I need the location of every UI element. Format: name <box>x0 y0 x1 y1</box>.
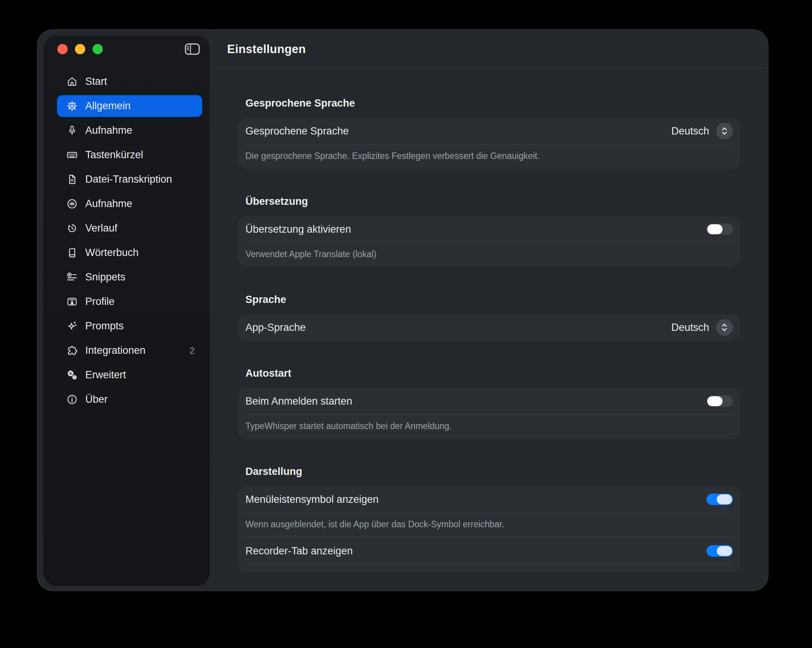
settings-row: Recorder-Tab anzeigen <box>238 538 741 564</box>
sidebar-nav: Start Allgemein Aufnahme Tastenkürzel Da… <box>57 71 202 410</box>
selected-value: Deutsch <box>671 125 709 137</box>
toggle-knob <box>717 546 732 556</box>
beim-anmelden-starten-toggle[interactable] <box>706 395 733 407</box>
keyboard-icon <box>65 149 78 162</box>
sidebar-item-start[interactable]: Start <box>57 71 202 92</box>
settings-main: Gesprochene Sprache Gesprochene Sprache … <box>210 69 768 591</box>
sidebar-item-allgemein[interactable]: Allgemein <box>57 95 202 117</box>
row-label: App-Sprache <box>245 322 306 334</box>
row-label: Menüleistensymbol anzeigen <box>245 494 378 505</box>
sidebar-item-badge: 2 <box>190 345 197 356</box>
history-icon <box>65 222 78 235</box>
sidebar-item-snippets[interactable]: Snippets <box>57 266 202 288</box>
sidebar-item-label: Verlauf <box>85 222 117 234</box>
snippets-icon <box>65 271 78 284</box>
section-title: Übersetzung <box>245 196 741 207</box>
zoom-window-button[interactable] <box>93 44 103 54</box>
row-control: Deutsch <box>671 123 733 139</box>
sidebar-item-label: Integrationen <box>85 345 146 356</box>
profile-icon <box>65 295 78 308</box>
sidebar-item-label: Aufnahme <box>85 125 132 136</box>
gear-icon <box>65 100 78 113</box>
section-title: Gesprochene Sprache <box>245 97 741 109</box>
ubersetzung-aktivieren-toggle[interactable] <box>706 224 733 235</box>
sidebar-item-verlauf[interactable]: Verlauf <box>57 217 202 239</box>
gears-icon <box>65 369 78 382</box>
toggle-knob <box>717 494 732 504</box>
settings-row: Übersetzung aktivieren <box>238 216 741 243</box>
sidebar-item-label: Snippets <box>85 271 125 283</box>
close-button[interactable] <box>57 44 68 54</box>
settings-row: Gesprochene Sprache Deutsch <box>238 118 741 144</box>
sidebar-item-label: Erweitert <box>85 369 126 381</box>
sidebar-item-erweitert[interactable]: Erweitert <box>57 364 202 386</box>
sidebar-item-label: Über <box>85 394 108 405</box>
row-control: Deutsch <box>671 319 733 336</box>
traffic-lights <box>57 44 103 54</box>
sidebar-item-tastenkurzel[interactable]: Tastenkürzel <box>57 144 202 166</box>
gesprochene-sprache-select-button[interactable] <box>716 123 733 139</box>
waveform-icon <box>65 198 78 211</box>
sidebar-item-uber[interactable]: Über <box>57 389 202 410</box>
info-icon <box>65 393 78 406</box>
sidebar-item-aufnahme[interactable]: Aufnahme <box>57 120 202 141</box>
settings-section: Gesprochene Sprache Gesprochene Sprache … <box>238 97 741 169</box>
row-label: Gesprochene Sprache <box>245 125 349 137</box>
sidebar-item-label: Start <box>85 76 107 87</box>
row-description: Wenn ausgeblendet, ist die App über das … <box>238 513 741 537</box>
settings-window: Start Allgemein Aufnahme Tastenkürzel Da… <box>37 29 768 591</box>
settings-card: Gesprochene Sprache Deutsch Die gesproch… <box>238 118 741 169</box>
sidebar-item-worterbuch[interactable]: Wörterbuch <box>57 242 202 264</box>
sidebar-item-label: Tastenkürzel <box>85 149 143 161</box>
row-description: TypeWhisper startet automatisch bei der … <box>238 415 741 439</box>
settings-row: Beim Anmelden starten <box>238 388 741 415</box>
sidebar-item-integrationen[interactable]: Integrationen 2 <box>57 340 202 361</box>
sidebar-item-prompts[interactable]: Prompts <box>57 315 202 337</box>
sidebar-icon <box>185 43 200 55</box>
settings-card: App-Sprache Deutsch <box>238 314 741 341</box>
recorder-tab-anzeigen-toggle[interactable] <box>706 545 733 557</box>
section-title: Autostart <box>245 368 741 379</box>
row-label: Beim Anmelden starten <box>245 395 352 407</box>
home-icon <box>65 75 78 88</box>
app-sprache-select-button[interactable] <box>716 319 733 336</box>
settings-section: Übersetzung Übersetzung aktivieren Verwe… <box>238 196 741 267</box>
row-label: Recorder-Tab anzeigen <box>245 545 353 557</box>
row-description: Die gesprochene Sprache. Explizites Fest… <box>238 145 741 169</box>
sidebar-item-label: Prompts <box>85 320 124 332</box>
settings-section: Autostart Beim Anmelden starten TypeWhis… <box>238 368 741 439</box>
chevron-up-down-icon <box>720 322 729 333</box>
settings-card: Übersetzung aktivieren Verwendet Apple T… <box>238 216 741 267</box>
sidebar-item-label: Aufnahme <box>85 198 132 210</box>
section-title: Darstellung <box>245 466 741 478</box>
row-label: Übersetzung aktivieren <box>245 224 351 235</box>
row-description: Verwendet Apple Translate (lokal) <box>238 243 741 267</box>
titlebar: Einstellungen <box>210 30 768 69</box>
sidebar-item-label: Allgemein <box>85 100 131 112</box>
sidebar-item-datei-transkription[interactable]: Datei-Transkription <box>57 168 202 190</box>
settings-card: Menüleistensymbol anzeigen Wenn ausgeble… <box>238 486 741 572</box>
sidebar-item-aufnahme[interactable]: Aufnahme <box>57 193 202 215</box>
settings-card: Beim Anmelden starten TypeWhisper starte… <box>238 388 741 439</box>
chevron-up-down-icon <box>720 125 729 137</box>
sidebar-item-profile[interactable]: Profile <box>57 291 202 313</box>
toggle-knob <box>707 224 723 234</box>
sidebar: Start Allgemein Aufnahme Tastenkürzel Da… <box>43 36 210 586</box>
minimize-button[interactable] <box>75 44 85 54</box>
sidebar-item-label: Wörterbuch <box>85 247 139 259</box>
section-title: Sprache <box>245 294 741 306</box>
settings-row: Menüleistensymbol anzeigen <box>238 486 741 513</box>
card-spacer <box>238 565 741 572</box>
sidebar-toggle-button[interactable] <box>185 43 200 55</box>
toggle-knob <box>707 396 723 406</box>
page-title: Einstellungen <box>227 42 306 56</box>
sparkle-icon <box>65 320 78 333</box>
selected-value: Deutsch <box>671 322 709 334</box>
document-icon <box>65 173 78 186</box>
settings-section: Darstellung Menüleistensymbol anzeigen W… <box>238 466 741 572</box>
mic-icon <box>65 124 78 137</box>
puzzle-icon <box>65 344 78 357</box>
menuleistensymbol-anzeigen-toggle[interactable] <box>706 494 733 505</box>
settings-content: Einstellungen Gesprochene Sprache Gespro… <box>210 30 768 591</box>
sidebar-item-label: Profile <box>85 296 115 308</box>
